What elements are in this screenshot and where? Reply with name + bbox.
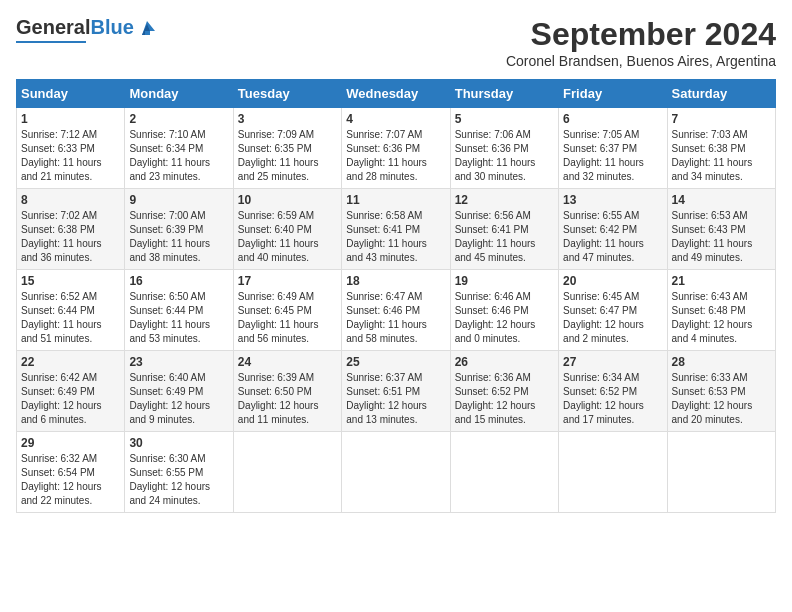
sunrise-label: Sunrise: 6:37 AM — [346, 372, 422, 383]
calendar-cell: 19 Sunrise: 6:46 AM Sunset: 6:46 PM Dayl… — [450, 270, 558, 351]
day-info: Sunrise: 6:40 AM Sunset: 6:49 PM Dayligh… — [129, 371, 228, 427]
day-number: 23 — [129, 355, 228, 369]
day-number: 17 — [238, 274, 337, 288]
sunset-label: Sunset: 6:36 PM — [346, 143, 420, 154]
daylight-label: Daylight: 11 hours and 43 minutes. — [346, 238, 427, 263]
calendar-cell: 24 Sunrise: 6:39 AM Sunset: 6:50 PM Dayl… — [233, 351, 341, 432]
calendar-week-1: 1 Sunrise: 7:12 AM Sunset: 6:33 PM Dayli… — [17, 108, 776, 189]
sunset-label: Sunset: 6:52 PM — [455, 386, 529, 397]
daylight-label: Daylight: 11 hours and 45 minutes. — [455, 238, 536, 263]
daylight-label: Daylight: 11 hours and 28 minutes. — [346, 157, 427, 182]
sunset-label: Sunset: 6:47 PM — [563, 305, 637, 316]
calendar-cell: 10 Sunrise: 6:59 AM Sunset: 6:40 PM Dayl… — [233, 189, 341, 270]
day-info: Sunrise: 6:50 AM Sunset: 6:44 PM Dayligh… — [129, 290, 228, 346]
day-info: Sunrise: 7:03 AM Sunset: 6:38 PM Dayligh… — [672, 128, 771, 184]
sunrise-label: Sunrise: 6:52 AM — [21, 291, 97, 302]
day-number: 18 — [346, 274, 445, 288]
sunset-label: Sunset: 6:41 PM — [455, 224, 529, 235]
calendar-cell: 6 Sunrise: 7:05 AM Sunset: 6:37 PM Dayli… — [559, 108, 667, 189]
calendar-cell — [559, 432, 667, 513]
day-info: Sunrise: 6:42 AM Sunset: 6:49 PM Dayligh… — [21, 371, 120, 427]
sunrise-label: Sunrise: 7:06 AM — [455, 129, 531, 140]
calendar-cell: 28 Sunrise: 6:33 AM Sunset: 6:53 PM Dayl… — [667, 351, 775, 432]
daylight-label: Daylight: 11 hours and 25 minutes. — [238, 157, 319, 182]
day-info: Sunrise: 6:32 AM Sunset: 6:54 PM Dayligh… — [21, 452, 120, 508]
day-number: 14 — [672, 193, 771, 207]
sunrise-label: Sunrise: 7:05 AM — [563, 129, 639, 140]
day-header-saturday: Saturday — [667, 80, 775, 108]
daylight-label: Daylight: 11 hours and 34 minutes. — [672, 157, 753, 182]
sunrise-label: Sunrise: 7:03 AM — [672, 129, 748, 140]
day-number: 27 — [563, 355, 662, 369]
sunrise-label: Sunrise: 6:34 AM — [563, 372, 639, 383]
daylight-label: Daylight: 11 hours and 58 minutes. — [346, 319, 427, 344]
day-info: Sunrise: 7:07 AM Sunset: 6:36 PM Dayligh… — [346, 128, 445, 184]
sunrise-label: Sunrise: 6:33 AM — [672, 372, 748, 383]
daylight-label: Daylight: 12 hours and 13 minutes. — [346, 400, 427, 425]
calendar-cell: 16 Sunrise: 6:50 AM Sunset: 6:44 PM Dayl… — [125, 270, 233, 351]
calendar-cell: 7 Sunrise: 7:03 AM Sunset: 6:38 PM Dayli… — [667, 108, 775, 189]
day-number: 21 — [672, 274, 771, 288]
day-number: 9 — [129, 193, 228, 207]
day-header-tuesday: Tuesday — [233, 80, 341, 108]
daylight-label: Daylight: 12 hours and 11 minutes. — [238, 400, 319, 425]
sunrise-label: Sunrise: 6:49 AM — [238, 291, 314, 302]
daylight-label: Daylight: 11 hours and 40 minutes. — [238, 238, 319, 263]
sunrise-label: Sunrise: 6:46 AM — [455, 291, 531, 302]
sunset-label: Sunset: 6:51 PM — [346, 386, 420, 397]
calendar-cell: 23 Sunrise: 6:40 AM Sunset: 6:49 PM Dayl… — [125, 351, 233, 432]
daylight-label: Daylight: 12 hours and 22 minutes. — [21, 481, 102, 506]
daylight-label: Daylight: 12 hours and 24 minutes. — [129, 481, 210, 506]
calendar-week-3: 15 Sunrise: 6:52 AM Sunset: 6:44 PM Dayl… — [17, 270, 776, 351]
calendar-cell — [233, 432, 341, 513]
sunrise-label: Sunrise: 6:53 AM — [672, 210, 748, 221]
calendar-cell: 18 Sunrise: 6:47 AM Sunset: 6:46 PM Dayl… — [342, 270, 450, 351]
sunset-label: Sunset: 6:46 PM — [455, 305, 529, 316]
day-info: Sunrise: 6:34 AM Sunset: 6:52 PM Dayligh… — [563, 371, 662, 427]
page-header: General Blue September 2024 Coronel Bran… — [16, 16, 776, 69]
sunset-label: Sunset: 6:53 PM — [672, 386, 746, 397]
sunset-label: Sunset: 6:46 PM — [346, 305, 420, 316]
calendar-week-5: 29 Sunrise: 6:32 AM Sunset: 6:54 PM Dayl… — [17, 432, 776, 513]
month-title: September 2024 — [506, 16, 776, 53]
day-info: Sunrise: 7:02 AM Sunset: 6:38 PM Dayligh… — [21, 209, 120, 265]
day-info: Sunrise: 6:52 AM Sunset: 6:44 PM Dayligh… — [21, 290, 120, 346]
calendar-cell: 26 Sunrise: 6:36 AM Sunset: 6:52 PM Dayl… — [450, 351, 558, 432]
daylight-label: Daylight: 11 hours and 47 minutes. — [563, 238, 644, 263]
day-info: Sunrise: 6:36 AM Sunset: 6:52 PM Dayligh… — [455, 371, 554, 427]
sunset-label: Sunset: 6:34 PM — [129, 143, 203, 154]
sunrise-label: Sunrise: 6:39 AM — [238, 372, 314, 383]
sunrise-label: Sunrise: 7:00 AM — [129, 210, 205, 221]
day-info: Sunrise: 6:58 AM Sunset: 6:41 PM Dayligh… — [346, 209, 445, 265]
day-number: 10 — [238, 193, 337, 207]
calendar-cell: 4 Sunrise: 7:07 AM Sunset: 6:36 PM Dayli… — [342, 108, 450, 189]
day-header-friday: Friday — [559, 80, 667, 108]
day-number: 12 — [455, 193, 554, 207]
daylight-label: Daylight: 11 hours and 36 minutes. — [21, 238, 102, 263]
day-header-wednesday: Wednesday — [342, 80, 450, 108]
day-info: Sunrise: 6:30 AM Sunset: 6:55 PM Dayligh… — [129, 452, 228, 508]
day-number: 26 — [455, 355, 554, 369]
sunrise-label: Sunrise: 6:47 AM — [346, 291, 422, 302]
sunset-label: Sunset: 6:55 PM — [129, 467, 203, 478]
day-number: 2 — [129, 112, 228, 126]
daylight-label: Daylight: 11 hours and 38 minutes. — [129, 238, 210, 263]
sunrise-label: Sunrise: 7:12 AM — [21, 129, 97, 140]
sunrise-label: Sunrise: 7:02 AM — [21, 210, 97, 221]
sunset-label: Sunset: 6:49 PM — [129, 386, 203, 397]
sunset-label: Sunset: 6:48 PM — [672, 305, 746, 316]
sunset-label: Sunset: 6:50 PM — [238, 386, 312, 397]
day-info: Sunrise: 6:33 AM Sunset: 6:53 PM Dayligh… — [672, 371, 771, 427]
sunset-label: Sunset: 6:44 PM — [21, 305, 95, 316]
sunset-label: Sunset: 6:49 PM — [21, 386, 95, 397]
sunrise-label: Sunrise: 6:45 AM — [563, 291, 639, 302]
day-info: Sunrise: 6:46 AM Sunset: 6:46 PM Dayligh… — [455, 290, 554, 346]
day-number: 4 — [346, 112, 445, 126]
logo: General Blue — [16, 16, 158, 43]
sunset-label: Sunset: 6:45 PM — [238, 305, 312, 316]
day-info: Sunrise: 6:47 AM Sunset: 6:46 PM Dayligh… — [346, 290, 445, 346]
day-info: Sunrise: 7:05 AM Sunset: 6:37 PM Dayligh… — [563, 128, 662, 184]
sunrise-label: Sunrise: 6:59 AM — [238, 210, 314, 221]
day-number: 25 — [346, 355, 445, 369]
day-number: 7 — [672, 112, 771, 126]
